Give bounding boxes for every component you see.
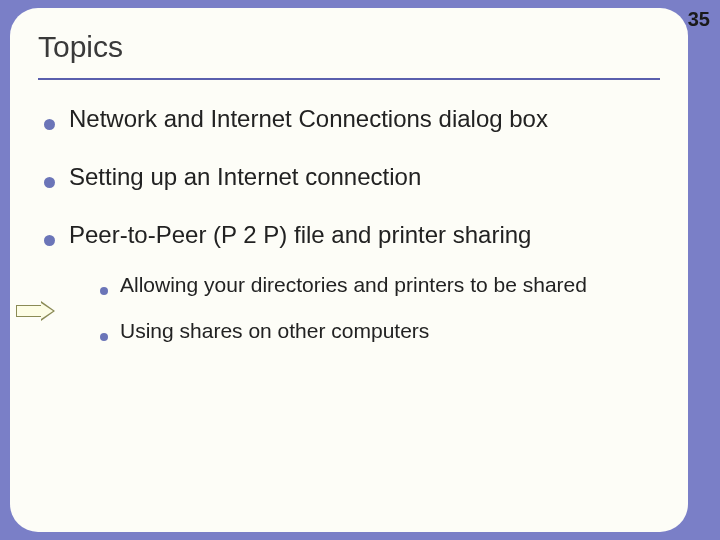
slide-content: Network and Internet Connections dialog … [10,80,688,345]
bullet-item: Setting up an Internet connection [44,162,668,192]
bullet-icon [44,177,55,188]
bullet-icon [44,119,55,130]
bullet-text: Setting up an Internet connection [69,162,421,192]
sub-bullet-text: Allowing your directories and printers t… [120,272,587,298]
bullet-icon [100,333,108,341]
bullet-text: Peer-to-Peer (P 2 P) file and printer sh… [69,220,531,250]
sub-bullet-list: Allowing your directories and printers t… [44,272,668,345]
arrow-pointer-icon [16,302,56,320]
bullet-text: Network and Internet Connections dialog … [69,104,548,134]
sub-bullet-item: Using shares on other computers [100,318,668,344]
sub-bullet-text: Using shares on other computers [120,318,429,344]
bullet-icon [44,235,55,246]
bullet-item: Peer-to-Peer (P 2 P) file and printer sh… [44,220,668,250]
sub-bullet-item: Allowing your directories and printers t… [100,272,668,298]
slide-title: Topics [38,30,660,64]
title-underline [38,78,660,80]
page-number: 35 [688,8,710,31]
bullet-icon [100,287,108,295]
bullet-item: Network and Internet Connections dialog … [44,104,668,134]
slide-header: Topics [10,8,688,80]
slide-card: Topics Network and Internet Connections … [10,8,688,532]
